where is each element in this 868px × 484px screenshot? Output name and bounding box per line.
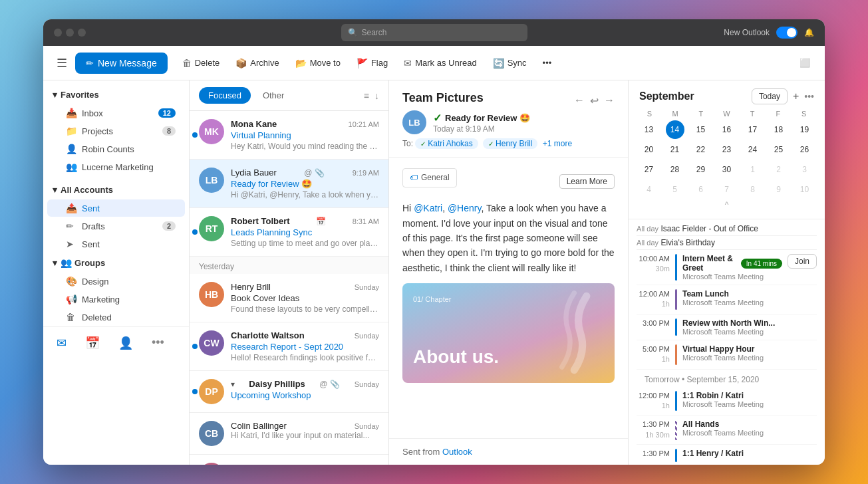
message-item[interactable]: CW Charlotte Waltson Sunday Research Rep… xyxy=(190,322,388,371)
tab-focused[interactable]: Focused xyxy=(199,87,251,104)
cal-day-24[interactable]: 24 xyxy=(744,140,762,159)
sidebar-item-lucerne[interactable]: 👥 Lucerne Marketing xyxy=(47,158,185,176)
minimize-button[interactable] xyxy=(66,29,74,37)
msg-preview: Hi @Katri, @Henry, Take a look when you … xyxy=(231,190,379,199)
nav-people-icon[interactable]: 👤 xyxy=(116,333,136,353)
delete-button[interactable]: 🗑 Delete xyxy=(176,54,227,72)
sidebar-item-sent-sub[interactable]: ➤ Sent xyxy=(47,235,185,253)
event-item-2[interactable]: 12:00 AM1h Team Lunch Microsoft Teams Me… xyxy=(637,285,817,314)
cal-day-23[interactable]: 23 xyxy=(718,140,736,159)
calendar-more-icon[interactable]: ••• xyxy=(804,91,814,102)
cal-day-9b[interactable]: 9 xyxy=(770,180,788,199)
sidebar-item-deleted[interactable]: 🗑 Deleted xyxy=(47,308,185,326)
event-item-1[interactable]: 10:00 AM30m Intern Meet & Greet In 41 mi… xyxy=(637,250,817,285)
filter-icon[interactable]: ≡ xyxy=(364,90,369,101)
favorites-section[interactable]: ▾ Favorites xyxy=(43,86,189,104)
archive-button[interactable]: 📦 Archive xyxy=(229,54,285,72)
cal-day-30[interactable]: 30 xyxy=(718,160,736,179)
event-item-3[interactable]: 3:00 PM Review with North Win... Microso… xyxy=(637,314,817,340)
cal-day-17[interactable]: 17 xyxy=(744,120,762,139)
event-item-7[interactable]: 1:30 PM 1:1 Henry / Katri xyxy=(637,445,817,465)
cal-day-21[interactable]: 21 xyxy=(666,140,684,159)
nav-prev-icon[interactable]: ← xyxy=(574,94,585,107)
message-item[interactable]: HB Henry Brill Sunday Book Cover Ideas F… xyxy=(190,274,388,322)
recipient-1: ✓ Katri Ahokas xyxy=(415,138,478,149)
message-item[interactable]: MK Mona Kane 10:21 AM Virtual Planning H… xyxy=(190,111,388,160)
msg-subject: Upcoming Workshop xyxy=(231,390,379,400)
cal-day-13[interactable]: 13 xyxy=(640,120,658,139)
close-button[interactable] xyxy=(54,29,62,37)
move-to-button[interactable]: 📂 Move to xyxy=(289,54,347,72)
join-button-1[interactable]: Join xyxy=(788,254,817,269)
sidebar-item-projects[interactable]: 📁 Projects 8 xyxy=(47,122,185,140)
message-item[interactable]: RT Robert Tolbert 📅 8:31 AM Leads Planni… xyxy=(190,208,388,257)
nav-more-icon[interactable]: ••• xyxy=(149,333,167,352)
tabs-bar: Focused Other ≡ ↓ xyxy=(190,80,388,111)
event-item-5[interactable]: 12:00 PM1h 1:1 Robin / Katri Microsoft T… xyxy=(637,387,817,416)
sidebar-item-robin[interactable]: 👤 Robin Counts xyxy=(47,140,185,158)
sidebar-item-sent[interactable]: 📤 Sent xyxy=(47,199,185,217)
menu-icon[interactable]: ☰ xyxy=(51,53,72,73)
nav-mail-icon[interactable]: ✉ xyxy=(54,333,69,353)
cal-day-8b[interactable]: 8 xyxy=(744,180,762,199)
nav-calendar-icon[interactable]: 📅 xyxy=(82,333,102,353)
today-button[interactable]: Today xyxy=(752,88,788,104)
cal-day-16[interactable]: 16 xyxy=(718,120,736,139)
event-item-4[interactable]: 5:00 PM1h Virtual Happy Hour Microsoft T… xyxy=(637,340,817,370)
new-outlook-toggle[interactable] xyxy=(776,27,797,39)
cal-day-5b[interactable]: 5 xyxy=(666,180,684,199)
maximize-button[interactable] xyxy=(78,29,86,37)
cal-day-7b[interactable]: 7 xyxy=(718,180,736,199)
email-view: Team Pictures ← ↩ → LB ✓ Ready for Revie… xyxy=(389,80,629,465)
tab-other[interactable]: Other xyxy=(253,87,294,104)
cal-day-4b[interactable]: 4 xyxy=(640,180,658,199)
nav-reply-icon[interactable]: ↩ xyxy=(590,94,599,107)
message-item[interactable]: DP ▾ Daisy Phillips @ 📎 Sunday xyxy=(190,371,388,413)
flag-button[interactable]: 🚩 Flag xyxy=(350,54,394,72)
learn-more-button[interactable]: Learn More xyxy=(559,174,615,189)
all-accounts-section[interactable]: ▾ All Accounts xyxy=(43,181,189,199)
cal-day-22[interactable]: 22 xyxy=(692,140,710,159)
cal-day-10b[interactable]: 10 xyxy=(796,180,814,199)
sender-name: Mona Kane xyxy=(231,119,277,129)
cal-day-14[interactable]: 14 xyxy=(666,120,684,139)
recipient-check-icon: ✓ xyxy=(420,140,426,148)
cal-day-28[interactable]: 28 xyxy=(666,160,684,179)
sidebar-item-inbox[interactable]: 📥 Inbox 12 xyxy=(47,104,185,122)
expand-button[interactable]: ⬜ xyxy=(793,54,817,72)
add-event-icon[interactable]: + xyxy=(793,90,799,102)
cal-day-1b[interactable]: 1 xyxy=(744,160,762,179)
message-item[interactable]: RC Robin Counts Sunday Last minute thoug… xyxy=(190,455,388,465)
cal-day-20[interactable]: 20 xyxy=(640,140,658,159)
cal-day-26[interactable]: 26 xyxy=(796,140,814,159)
more-toolbar-button[interactable]: ••• xyxy=(536,54,559,72)
drafts-count: 2 xyxy=(162,221,176,231)
sort-icon[interactable]: ↓ xyxy=(374,90,379,101)
cal-day-25[interactable]: 25 xyxy=(770,140,788,159)
cal-day-3b[interactable]: 3 xyxy=(796,160,814,179)
nav-next-icon[interactable]: → xyxy=(604,94,615,107)
cal-day-15[interactable]: 15 xyxy=(692,120,710,139)
message-item[interactable]: CB Colin Ballinger Sunday Hi Katri, I'd … xyxy=(190,413,388,455)
groups-section[interactable]: ▾ 👥 Groups xyxy=(43,253,189,272)
collapse-cal-icon[interactable]: ^ xyxy=(637,199,817,211)
message-item[interactable]: LB Lydia Bauer @ 📎 9:19 AM Ready for Rev xyxy=(190,160,388,208)
cal-day-19[interactable]: 19 xyxy=(796,120,814,139)
more-recipients[interactable]: +1 more xyxy=(543,139,572,148)
sidebar-item-design[interactable]: 🎨 Design xyxy=(47,273,185,290)
notifications-icon[interactable]: 🔔 xyxy=(804,28,814,37)
cal-day-27[interactable]: 27 xyxy=(640,160,658,179)
sidebar-item-drafts[interactable]: ✏ Drafts 2 xyxy=(47,217,185,235)
verified-icon: ✓ xyxy=(433,112,442,124)
new-message-button[interactable]: ✏ New Message xyxy=(75,53,168,74)
cal-day-6b[interactable]: 6 xyxy=(692,180,710,199)
sidebar-item-marketing[interactable]: 📢 Marketing xyxy=(47,291,185,308)
cal-day-29[interactable]: 29 xyxy=(692,160,710,179)
sync-button[interactable]: 🔄 Sync xyxy=(486,54,533,72)
cal-day-2b[interactable]: 2 xyxy=(770,160,788,179)
footer-link[interactable]: Outlook xyxy=(442,447,472,457)
search-bar[interactable]: 🔍 Search xyxy=(341,24,527,41)
cal-day-18[interactable]: 18 xyxy=(770,120,788,139)
mark-unread-button[interactable]: ✉ Mark as Unread xyxy=(397,54,483,72)
event-item-6[interactable]: 1:30 PM1h 30m All Hands Microsoft Teams … xyxy=(637,416,817,445)
